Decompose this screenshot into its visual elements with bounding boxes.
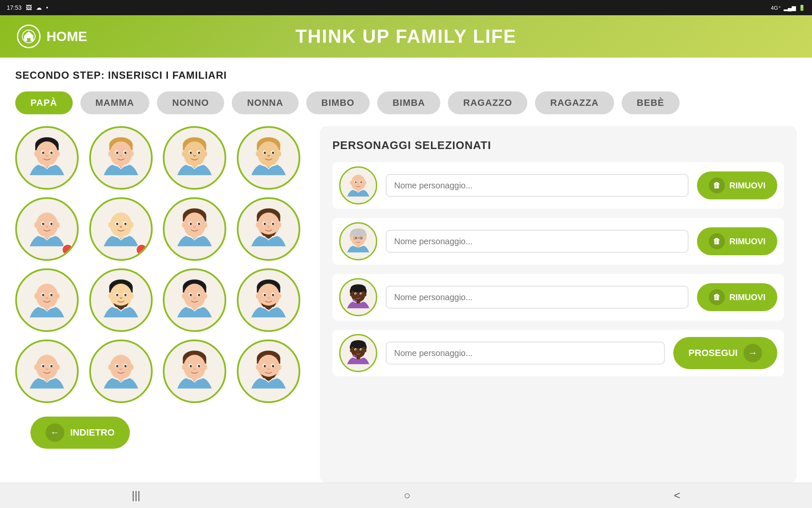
svg-point-150 <box>277 364 281 370</box>
character-avatar[interactable] <box>15 197 79 261</box>
character-avatar[interactable] <box>237 340 300 403</box>
character-avatar[interactable] <box>237 126 300 190</box>
character-grid <box>15 126 303 445</box>
trash-icon: 🗑 <box>709 177 725 193</box>
svg-point-166 <box>360 237 362 239</box>
indietro-button[interactable]: ← INDIETRO <box>30 417 130 449</box>
svg-point-103 <box>182 293 185 299</box>
svg-point-156 <box>360 181 362 183</box>
selected-badge <box>62 244 74 256</box>
character-avatar[interactable] <box>89 197 153 261</box>
svg-point-19 <box>108 151 111 157</box>
home-button[interactable]: HOME <box>17 25 87 48</box>
remove-character-button[interactable]: 🗑RIMUOVI <box>697 283 777 311</box>
character-avatar[interactable] <box>89 126 153 190</box>
home-icon <box>17 25 41 48</box>
svg-point-7 <box>42 152 44 154</box>
status-bar-right: 4G⁺ ▂▄▆ 🔋 <box>771 5 805 11</box>
svg-point-140 <box>204 364 207 370</box>
svg-point-139 <box>182 364 185 370</box>
battery-icon: 🔋 <box>798 5 805 11</box>
svg-point-193 <box>364 349 366 352</box>
svg-point-178 <box>355 293 357 295</box>
svg-point-180 <box>350 293 352 296</box>
panels-container: ← INDIETRO PERSONAGGI SELEZIONATI <box>15 126 797 483</box>
svg-point-38 <box>272 152 274 154</box>
svg-point-66 <box>204 222 207 228</box>
svg-point-119 <box>42 365 44 367</box>
svg-point-74 <box>272 223 274 225</box>
remove-character-button[interactable]: 🗑RIMUOVI <box>697 227 777 255</box>
svg-point-181 <box>364 293 366 296</box>
svg-point-144 <box>258 355 280 380</box>
character-avatar[interactable] <box>15 126 79 190</box>
selected-list: 🗑RIMUOVI 🗑RIMUOVI <box>332 162 784 376</box>
svg-point-155 <box>355 181 357 183</box>
character-avatar[interactable] <box>15 340 79 403</box>
svg-point-116 <box>36 355 58 380</box>
svg-point-88 <box>110 284 132 309</box>
dot-icon: • <box>46 4 48 11</box>
svg-point-104 <box>204 293 207 299</box>
character-avatar[interactable] <box>163 126 226 190</box>
category-btn-bimbo[interactable]: BIMBO <box>306 91 370 114</box>
selected-character-row: PROSEGUI→ <box>332 330 784 376</box>
character-name-input[interactable] <box>386 174 689 197</box>
character-avatar[interactable] <box>163 268 226 332</box>
category-btn-nonno[interactable]: NONNO <box>157 91 224 114</box>
character-name-input[interactable] <box>386 342 665 364</box>
category-btn-ragazzo[interactable]: RAGAZZO <box>448 91 527 114</box>
character-avatar[interactable] <box>237 268 300 332</box>
android-home-button[interactable]: ○ <box>391 485 423 506</box>
character-avatar[interactable] <box>15 268 79 332</box>
svg-point-165 <box>355 237 357 239</box>
category-btn-mamma[interactable]: MAMMA <box>80 91 150 114</box>
category-btn-nonna[interactable]: NONNA <box>232 91 299 114</box>
svg-point-27 <box>190 152 192 154</box>
android-back-button[interactable]: < <box>661 485 693 506</box>
svg-point-64 <box>198 223 200 225</box>
prosegui-button[interactable]: PROSEGUI→ <box>673 337 777 369</box>
svg-point-34 <box>258 141 280 166</box>
trash-icon: 🗑 <box>709 233 725 249</box>
svg-point-39 <box>255 151 259 157</box>
character-avatar[interactable] <box>237 197 300 261</box>
selected-badge <box>136 244 148 256</box>
svg-point-9 <box>34 151 38 157</box>
remove-character-button[interactable]: 🗑RIMUOVI <box>697 171 777 199</box>
selected-character-row: 🗑RIMUOVI <box>332 162 784 209</box>
trash-icon: 🗑 <box>709 289 725 305</box>
svg-point-18 <box>124 152 126 154</box>
svg-point-83 <box>34 293 38 299</box>
svg-point-28 <box>198 152 200 154</box>
category-btn-papa[interactable]: PAPÀ <box>15 91 73 114</box>
category-btn-bimba[interactable]: BIMBA <box>377 91 440 114</box>
svg-point-8 <box>50 152 52 154</box>
svg-point-147 <box>263 365 266 367</box>
selected-avatar <box>339 334 377 372</box>
svg-point-93 <box>108 293 111 299</box>
svg-point-24 <box>184 141 206 166</box>
svg-point-128 <box>124 365 126 367</box>
character-avatar[interactable] <box>89 268 153 332</box>
svg-point-179 <box>360 293 362 295</box>
selected-avatar <box>339 222 377 260</box>
selected-avatar <box>339 278 377 316</box>
category-btn-bebe[interactable]: BEBÈ <box>622 91 680 114</box>
svg-point-190 <box>355 349 357 351</box>
selected-avatar <box>339 166 377 204</box>
svg-point-4 <box>36 141 58 166</box>
svg-point-14 <box>110 141 132 166</box>
character-avatar[interactable] <box>163 340 226 403</box>
android-menu-button[interactable]: ||| <box>119 485 153 506</box>
character-name-input[interactable] <box>386 286 689 309</box>
status-bar: 17:53 🖼 ☁ • 4G⁺ ▂▄▆ 🔋 <box>0 0 812 15</box>
character-avatar[interactable] <box>89 340 153 403</box>
svg-point-157 <box>350 181 352 185</box>
svg-point-112 <box>272 294 274 296</box>
character-name-input[interactable] <box>386 230 689 253</box>
category-btn-ragazza[interactable]: RAGAZZA <box>535 91 614 114</box>
svg-point-175 <box>351 284 366 293</box>
character-avatar[interactable] <box>163 197 226 261</box>
category-row: PAPÀMAMMANONNONONNABIMBOBIMBARAGAZZORAGA… <box>15 91 797 114</box>
